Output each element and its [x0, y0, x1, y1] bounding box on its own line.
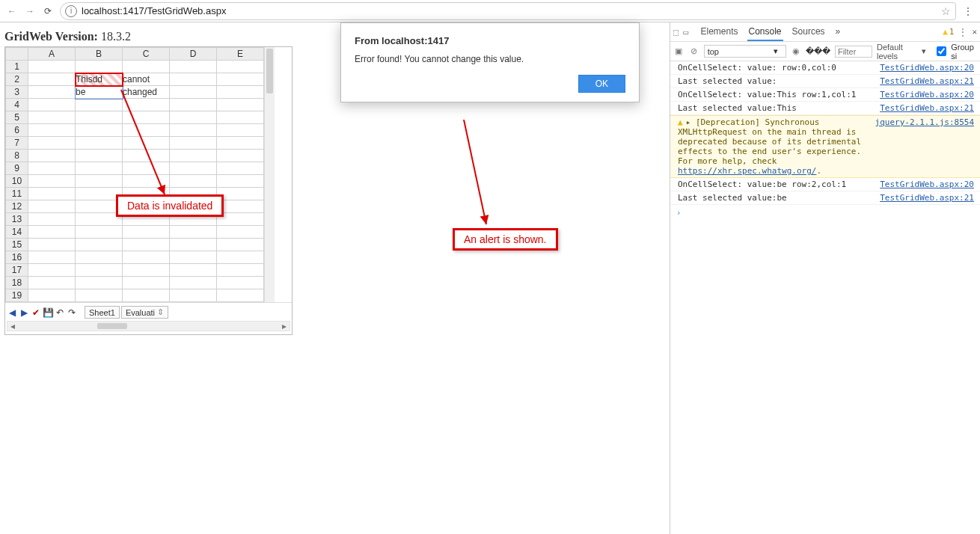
context-selector[interactable]: top▾ [704, 45, 786, 58]
site-info-icon[interactable]: i [65, 5, 77, 17]
reload-button[interactable]: ⟳ [39, 2, 57, 20]
browser-toolbar: ← → ⟳ i ☆ ⋮ [0, 0, 980, 22]
scrollbar-thumb[interactable] [97, 323, 127, 329]
undo-icon[interactable]: ↶ [55, 307, 65, 319]
console-output: OnCellSelect: value: row:0,col:0TestGrid… [670, 61, 980, 221]
sheet-tab[interactable]: Sheet1 [85, 306, 120, 319]
console-source-link[interactable]: TestGridWeb.aspx:20 [880, 63, 974, 73]
bookmark-star-icon[interactable]: ☆ [941, 5, 951, 17]
console-source-link[interactable]: TestGridWeb.aspx:20 [880, 90, 974, 99]
console-source-link[interactable]: TestGridWeb.aspx:21 [880, 76, 974, 86]
prev-icon[interactable]: ◀ [7, 307, 17, 319]
filter-input[interactable] [835, 46, 872, 58]
grid-container: A B C D E 1 2Thisddcannot 3bechanged 4 5… [4, 46, 293, 335]
alert-title: From localhost:1417 [355, 35, 625, 46]
annotation-callout: An alert is shown. [453, 228, 558, 251]
next-icon[interactable]: ▶ [19, 307, 29, 319]
annotation-arrow [456, 120, 546, 232]
console-line: Last selected value: [678, 76, 874, 86]
group-similar-checkbox[interactable]: Group si [934, 43, 977, 61]
col-header[interactable]: E [217, 48, 264, 61]
warning-count-badge[interactable]: ▲1 [943, 27, 954, 37]
scroll-left-icon[interactable]: ◂ [7, 322, 18, 331]
alert-dialog: From localhost:1417 Error found! You can… [340, 22, 640, 102]
console-line: Last selected value:This [678, 103, 874, 113]
submit-icon[interactable]: ✔ [31, 307, 41, 319]
row-header[interactable]: 3 [6, 86, 28, 99]
cell[interactable]: changed [123, 86, 170, 99]
url-input[interactable] [80, 4, 938, 17]
clear-console-icon[interactable]: ⊘ [688, 46, 699, 56]
live-expression-icon[interactable]: ◉ [791, 46, 801, 56]
col-header[interactable]: A [28, 48, 76, 61]
svg-line-1 [464, 120, 486, 224]
horizontal-scrollbar[interactable]: ◂ ▸ [7, 321, 290, 331]
row-header[interactable]: 1 [6, 61, 28, 73]
spreadsheet-grid[interactable]: A B C D E 1 2Thisddcannot 3bechanged 4 5… [5, 47, 264, 302]
cell-invalid[interactable]: Thisdd [76, 73, 123, 86]
console-warning: ▲▸ [Deprecation] Synchronous XMLHttpRequ… [678, 117, 869, 176]
alert-message: Error found! You cannot change this valu… [355, 54, 625, 64]
console-line: Last selected value:be [678, 193, 874, 203]
devtools-tab-console[interactable]: Console [747, 23, 783, 41]
devtools-more-tabs[interactable]: » [834, 23, 842, 41]
save-icon[interactable]: 💾 [43, 307, 53, 319]
warning-icon: ▲ [678, 117, 683, 127]
cell[interactable]: cannot [123, 73, 170, 86]
warning-link[interactable]: https://xhr.spec.whatwg.org/ [678, 166, 816, 176]
redo-icon[interactable]: ↷ [67, 307, 77, 319]
address-bar[interactable]: i ☆ [60, 2, 956, 20]
col-header[interactable]: B [76, 48, 123, 61]
back-button[interactable]: ← [3, 2, 21, 20]
alert-ok-button[interactable]: OK [578, 75, 625, 93]
console-source-link[interactable]: jquery-2.1.1.js:8554 [875, 117, 974, 176]
sheet-tab[interactable]: Evaluati⇕ [121, 306, 168, 319]
console-line: OnCellSelect: value:be row:2,col:1 [678, 179, 874, 189]
devtools-panel: ⬚ ▭ Elements Console Sources » ▲1 ⋮ ✕ ▣ … [670, 22, 980, 534]
log-levels-selector[interactable]: Default levels ▾ [877, 43, 926, 61]
page-title: GridWeb Version: 18.3.2 [4, 30, 336, 43]
cell-selected[interactable]: be [76, 86, 123, 99]
browser-menu-icon[interactable]: ⋮ [959, 6, 977, 16]
row-header[interactable]: 2 [6, 73, 28, 86]
devtools-tab-elements[interactable]: Elements [699, 23, 739, 41]
console-line: OnCellSelect: value: row:0,col:0 [678, 63, 874, 73]
console-sidebar-toggle-icon[interactable]: ▣ [673, 46, 684, 56]
console-source-link[interactable]: TestGridWeb.aspx:21 [880, 103, 974, 113]
col-header[interactable]: C [123, 48, 170, 61]
console-source-link[interactable]: TestGridWeb.aspx:20 [880, 179, 974, 189]
console-source-link[interactable]: TestGridWeb.aspx:21 [880, 193, 974, 203]
col-header[interactable]: D [170, 48, 217, 61]
scroll-right-icon[interactable]: ▸ [279, 322, 290, 331]
annotation-callout: Data is invalidated [116, 194, 224, 217]
devtools-tab-sources[interactable]: Sources [791, 23, 827, 41]
devtools-menu-icon[interactable]: ⋮ [958, 27, 967, 37]
console-line: OnCellSelect: value:This row:1,col:1 [678, 90, 874, 99]
console-prompt[interactable]: › [670, 205, 980, 221]
vertical-scrollbar[interactable] [264, 47, 275, 302]
corner-header[interactable] [6, 48, 28, 61]
scrollbar-thumb[interactable] [266, 49, 273, 93]
devtools-close-icon[interactable]: ✕ [972, 27, 977, 37]
inspect-icon[interactable]: ⬚ [673, 27, 679, 37]
cell[interactable] [28, 61, 76, 73]
forward-button[interactable]: → [21, 2, 39, 20]
device-toggle-icon[interactable]: ▭ [683, 27, 688, 37]
